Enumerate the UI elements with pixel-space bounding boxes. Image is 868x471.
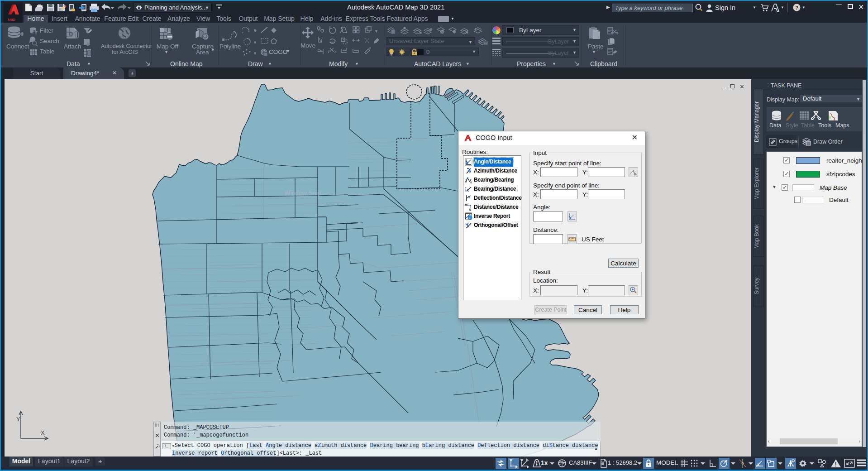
svg-text:▼: ▼ (253, 29, 257, 33)
svg-text:i: i (469, 216, 470, 220)
svg-text:Window Snip: Window Snip (284, 189, 321, 197)
svg-text:X: X (41, 429, 45, 436)
svg-text:▼: ▼ (374, 29, 378, 34)
svg-text:Y: Y (16, 416, 20, 423)
svg-text:▼: ▼ (253, 40, 257, 45)
svg-text:M3D: M3D (8, 18, 15, 22)
svg-text:?: ? (795, 5, 798, 10)
svg-text:▼: ▼ (253, 51, 257, 56)
